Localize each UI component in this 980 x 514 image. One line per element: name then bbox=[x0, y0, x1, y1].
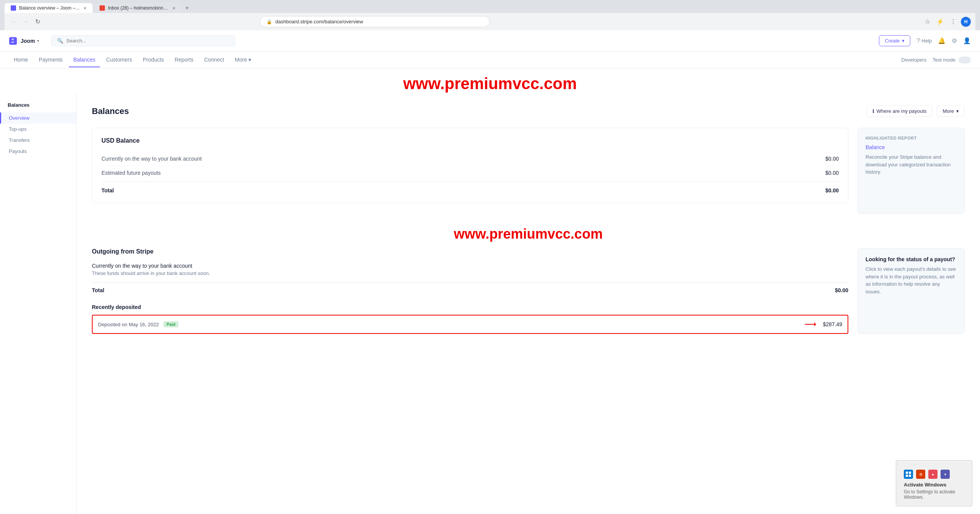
arrow-indicator-icon: ⟶ bbox=[804, 319, 817, 329]
watermark-middle-text: www.premiumvcc.com bbox=[454, 226, 603, 242]
sidebar-item-payouts[interactable]: Payouts bbox=[0, 146, 76, 157]
where-payouts-btn[interactable]: ℹ Where are my payouts bbox=[867, 105, 933, 117]
extensions-btn[interactable]: ⚡ bbox=[935, 16, 946, 27]
account-btn[interactable]: 👤 bbox=[963, 37, 971, 44]
balance-total-row: Total $0.00 bbox=[101, 182, 839, 194]
create-chevron-icon: ▾ bbox=[902, 38, 905, 44]
payout-card-title: Looking for the status of a payout? bbox=[866, 256, 957, 262]
nav-reports[interactable]: Reports bbox=[170, 53, 198, 67]
svg-rect-2 bbox=[909, 472, 911, 474]
new-tab-btn[interactable]: + bbox=[182, 3, 192, 13]
nav-payments[interactable]: Payments bbox=[34, 53, 67, 67]
win-icon-2: ⚙ bbox=[916, 470, 925, 479]
inactive-tab-title: Inbox (28) – holmesmckinney913... bbox=[108, 5, 169, 11]
svg-rect-3 bbox=[906, 475, 908, 477]
balance-amount-1: $0.00 bbox=[825, 156, 839, 162]
bookmark-btn[interactable]: ☆ bbox=[923, 16, 932, 27]
balance-label-1: Currently on the way to your bank accoun… bbox=[101, 156, 202, 162]
balance-total-label: Total bbox=[101, 187, 114, 194]
balance-amount-2: $0.00 bbox=[825, 170, 839, 176]
help-icon: ? bbox=[916, 37, 920, 44]
create-btn[interactable]: Create ▾ bbox=[879, 35, 910, 46]
sidebar-item-overview[interactable]: Overview bbox=[0, 112, 76, 124]
balance-total-amount: $0.00 bbox=[825, 187, 839, 194]
nav-balances[interactable]: Balances bbox=[69, 53, 100, 67]
windows-activation-overlay: ⚙ ● ✦ Activate Windows Go to Settings to… bbox=[896, 460, 972, 506]
report-card-desc: Reconcile your Stripe balance and downlo… bbox=[866, 153, 957, 176]
svg-rect-1 bbox=[906, 472, 908, 474]
notifications-btn[interactable]: 🔔 bbox=[938, 37, 946, 44]
outgoing-card: Outgoing from Stripe Currently on the wa… bbox=[92, 248, 848, 293]
inactive-tab[interactable]: Inbox (28) – holmesmckinney913... ✕ bbox=[93, 3, 181, 13]
more-dropdown-label: More bbox=[942, 108, 954, 114]
top-nav: Joom ▾ 🔍 Create ▾ ? Help 🔔 ⚙ 👤 bbox=[0, 30, 980, 52]
inactive-tab-close-btn[interactable]: ✕ bbox=[172, 6, 175, 10]
more-dropdown-btn[interactable]: More ▾ bbox=[937, 105, 965, 117]
more-dropdown-chevron-icon: ▾ bbox=[956, 108, 959, 114]
balance-row-2: Estimated future payouts $0.00 bbox=[101, 166, 839, 180]
usd-balance-title: USD Balance bbox=[101, 137, 839, 144]
balance-row-1: Currently on the way to your bank accoun… bbox=[101, 152, 839, 166]
usd-balance-grid: USD Balance Currently on the way to your… bbox=[92, 128, 965, 214]
nav-more[interactable]: More ▾ bbox=[230, 53, 256, 67]
outgoing-section: www.premiumvcc.com Outgoing from Stripe … bbox=[92, 226, 965, 334]
test-mode-label: Test mode bbox=[933, 57, 956, 63]
create-btn-label: Create bbox=[885, 38, 900, 44]
profile-avatar[interactable]: H bbox=[961, 17, 971, 27]
watermark-area-top: www.premiumvcc.com bbox=[0, 68, 980, 93]
search-icon: 🔍 bbox=[57, 38, 63, 44]
lock-icon: 🔒 bbox=[266, 19, 272, 24]
nav-home[interactable]: Home bbox=[9, 53, 33, 67]
svg-rect-4 bbox=[909, 475, 911, 477]
outgoing-main: Outgoing from Stripe Currently on the wa… bbox=[92, 248, 848, 334]
settings-btn[interactable]: ⚙ bbox=[952, 37, 957, 44]
search-box[interactable]: 🔍 bbox=[51, 35, 235, 46]
main-nav: Home Payments Balances Customers Product… bbox=[0, 52, 980, 68]
report-card-label: Highlighted report bbox=[866, 136, 957, 140]
more-label: More bbox=[235, 57, 247, 63]
watermark-top: www.premiumvcc.com bbox=[403, 75, 577, 93]
nav-customers[interactable]: Customers bbox=[101, 53, 137, 67]
svg-rect-0 bbox=[9, 37, 17, 45]
reload-btn[interactable]: ↻ bbox=[34, 16, 42, 27]
recently-deposited-section: Recently deposited Deposited on May 16, … bbox=[92, 304, 848, 334]
tab-close-btn[interactable]: ✕ bbox=[83, 6, 87, 10]
report-card: Highlighted report Balance Reconcile you… bbox=[858, 128, 965, 214]
url-text: dashboard.stripe.com/balance/overview bbox=[275, 19, 363, 24]
back-btn[interactable]: ← bbox=[9, 17, 18, 27]
gmail-favicon bbox=[100, 5, 105, 11]
developers-link[interactable]: Developers bbox=[901, 57, 926, 63]
outgoing-title: Outgoing from Stripe bbox=[92, 248, 848, 255]
balance-report-link[interactable]: Balance bbox=[866, 144, 957, 150]
deposit-row[interactable]: Deposited on May 16, 2022 Paid ⟶ $287.49 bbox=[92, 315, 848, 334]
test-mode-toggle[interactable] bbox=[959, 57, 971, 63]
nav-connect[interactable]: Connect bbox=[199, 53, 229, 67]
browser-menu-btn[interactable]: ⋮ bbox=[949, 16, 958, 27]
active-tab[interactable]: Balance overview – Joom – Stripe ✕ bbox=[5, 3, 93, 13]
logo-area[interactable]: Joom ▾ bbox=[9, 37, 39, 45]
nav-products[interactable]: Products bbox=[138, 53, 168, 67]
payout-card-desc: Click to view each payout's details to s… bbox=[866, 265, 957, 295]
outgoing-total-amount: $0.00 bbox=[835, 287, 848, 293]
sidebar: Balances Overview Top-ups Transfers Payo… bbox=[0, 93, 77, 514]
outgoing-total-row: Total $0.00 bbox=[92, 282, 848, 293]
recently-title: Recently deposited bbox=[92, 304, 848, 310]
stripe-logo-icon bbox=[9, 37, 17, 45]
deposit-amount: $287.49 bbox=[823, 321, 842, 327]
where-payouts-label: Where are my payouts bbox=[877, 108, 927, 114]
balance-label-2: Estimated future payouts bbox=[101, 170, 161, 176]
paid-badge: Paid bbox=[163, 321, 178, 327]
payout-status-card: Looking for the status of a payout? Clic… bbox=[858, 248, 965, 334]
help-label: Help bbox=[921, 38, 932, 44]
company-chevron-icon: ▾ bbox=[37, 39, 39, 43]
search-input[interactable] bbox=[66, 38, 229, 44]
sidebar-item-transfers[interactable]: Transfers bbox=[0, 135, 76, 146]
bell-icon: 🔔 bbox=[938, 37, 946, 44]
sidebar-item-topups[interactable]: Top-ups bbox=[0, 124, 76, 135]
help-btn[interactable]: ? Help bbox=[916, 37, 932, 44]
usd-balance-card: USD Balance Currently on the way to your… bbox=[92, 128, 848, 203]
watermark-middle: www.premiumvcc.com bbox=[92, 226, 965, 242]
win-activation-title: Activate Windows bbox=[904, 482, 964, 488]
address-bar[interactable]: 🔒 dashboard.stripe.com/balance/overview bbox=[260, 16, 490, 27]
forward-btn[interactable]: → bbox=[21, 17, 31, 27]
